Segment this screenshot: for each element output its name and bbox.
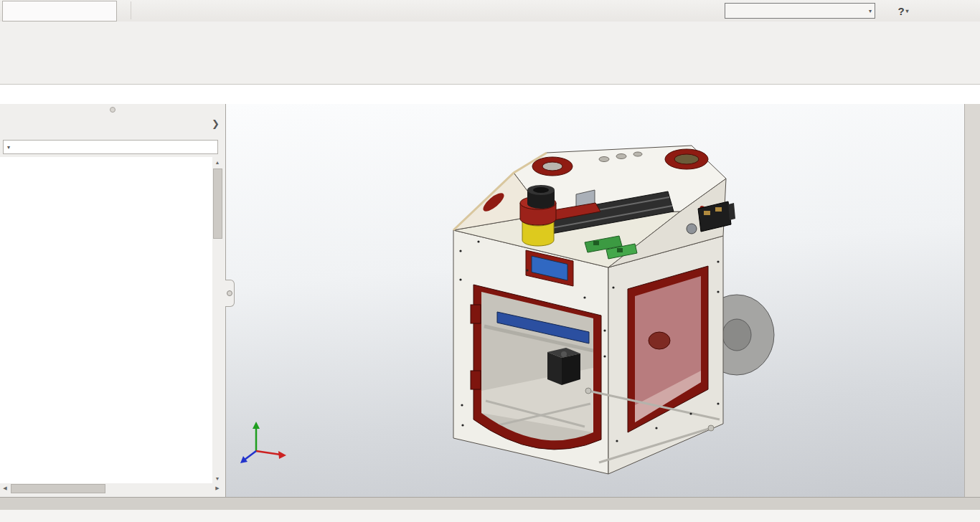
scroll-down-arrow[interactable]: ▼ bbox=[212, 473, 222, 483]
model-tab-bar bbox=[0, 497, 980, 511]
scroll-right-arrow[interactable]: ▶ bbox=[212, 483, 222, 493]
minimize-button[interactable] bbox=[915, 2, 934, 19]
help-search[interactable]: ▾ bbox=[725, 3, 875, 19]
close-button[interactable] bbox=[958, 2, 977, 19]
scroll-thumb[interactable] bbox=[11, 484, 105, 493]
inspection-ribbon bbox=[0, 22, 980, 85]
help-menu-button[interactable]: ?▾ bbox=[894, 2, 913, 19]
solidworks-window: ▾ ?▾ ❯ ▾ ▲ ▼ ◀ bbox=[0, 0, 980, 522]
scroll-thumb[interactable] bbox=[213, 169, 222, 239]
tree-horizontal-scrollbar[interactable]: ◀ ▶ bbox=[0, 483, 222, 493]
toolbar-flyout-button[interactable] bbox=[119, 1, 131, 19]
fm-tabs-overflow-chevron[interactable]: ❯ bbox=[212, 118, 220, 129]
login-user-icon[interactable] bbox=[872, 2, 891, 19]
scroll-left-arrow[interactable]: ◀ bbox=[0, 483, 10, 493]
task-pane-tabs bbox=[964, 104, 980, 497]
status-bar bbox=[0, 510, 980, 522]
feature-tree bbox=[0, 157, 212, 483]
scroll-up-arrow[interactable]: ▲ bbox=[212, 157, 222, 167]
panel-grip[interactable] bbox=[0, 104, 225, 115]
filter-dropdown-caret[interactable]: ▾ bbox=[7, 144, 10, 151]
search-dropdown-caret[interactable]: ▾ bbox=[869, 8, 872, 14]
title-bar: ▾ ?▾ bbox=[0, 0, 980, 22]
printer-3d-model bbox=[226, 104, 964, 497]
graphics-viewport[interactable] bbox=[226, 104, 964, 497]
window-controls: ?▾ bbox=[872, 1, 977, 20]
command-manager-row bbox=[0, 85, 980, 104]
solidworks-logo bbox=[2, 1, 117, 22]
restore-button[interactable] bbox=[937, 2, 956, 19]
tree-filter[interactable]: ▾ bbox=[3, 140, 218, 154]
tree-vertical-scrollbar[interactable]: ▲ ▼ bbox=[212, 157, 222, 483]
search-input[interactable] bbox=[728, 5, 867, 16]
feature-manager-panel: ❯ ▾ ▲ ▼ ◀ ▶ bbox=[0, 104, 226, 497]
panel-splitter-handle[interactable] bbox=[225, 280, 235, 307]
reference-triad bbox=[240, 422, 286, 463]
